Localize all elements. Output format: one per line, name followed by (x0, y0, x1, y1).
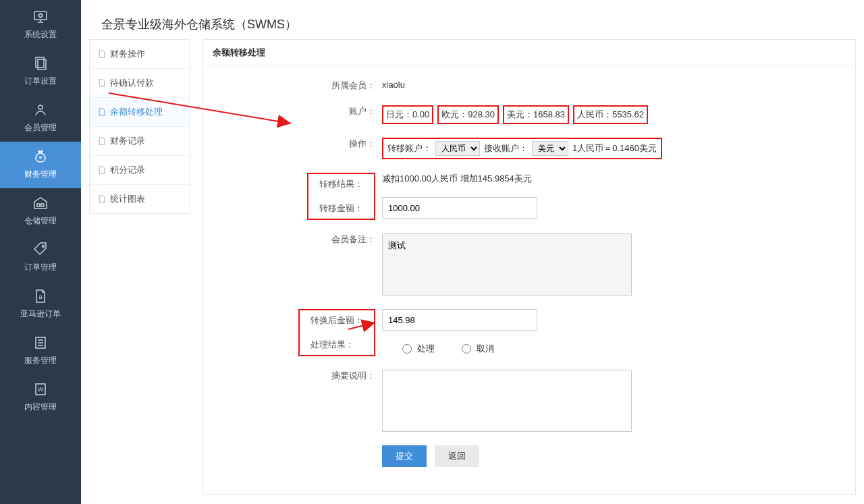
sidebar-item-member-management[interactable]: 会员管理 (0, 95, 81, 142)
doc-a-icon: a (32, 288, 49, 304)
main-sidebar: 系统设置 订单设置 会员管理 ¥ 财务管理 仓储管理 订单管理 a 亚马逊订单 … (0, 0, 81, 504)
back-button[interactable]: 返回 (435, 445, 479, 467)
svg-rect-0 (34, 11, 47, 20)
operation-block: 转移账户： 人民币 接收账户： 美元 1人民币＝0.1460美元 (382, 138, 662, 159)
sidebar-label: 订单管理 (24, 262, 57, 272)
converted-process-label-box: 转换后金额： 处理结果： (298, 309, 375, 356)
file-icon (98, 136, 106, 146)
exchange-rate-text: 1人民币＝0.1460美元 (572, 142, 657, 155)
subnav-item-points-records[interactable]: 积分记录 (90, 156, 190, 185)
gear-screen-icon (32, 9, 49, 25)
file-icon (98, 194, 106, 204)
sidebar-label: 财务管理 (24, 169, 57, 179)
svg-text:a: a (38, 293, 42, 300)
panel-title: 余额转移处理 (203, 40, 855, 66)
transfer-to-select[interactable]: 美元 (532, 141, 568, 156)
subnav-item-balance-transfer[interactable]: 余额转移处理 (90, 98, 190, 127)
main-panel: 余额转移处理 所属会员： xiaolu 账户： 日元：0.00 欧元：928.3… (202, 39, 856, 495)
sidebar-label: 订单设置 (24, 76, 57, 86)
word-doc-icon: W (32, 381, 49, 397)
transfer-amount-label: 转移金额： (313, 200, 370, 217)
transfer-result-text: 减扣1000.00人民币 增加145.9854美元 (382, 173, 532, 185)
process-result-label: 处理结果： (304, 336, 370, 354)
app-title: 全景专业级海外仓储系统（SWMS） (81, 0, 864, 39)
transfer-from-select[interactable]: 人民币 (435, 141, 480, 156)
member-label: 所属会员： (331, 80, 375, 92)
radio-cancel[interactable]: 取消 (462, 343, 494, 355)
subnav-label: 财务操作 (110, 48, 145, 60)
submit-button[interactable]: 提交 (382, 445, 427, 467)
sidebar-label: 内容管理 (24, 402, 57, 412)
svg-point-8 (43, 246, 45, 248)
account-label: 账户： (349, 105, 375, 117)
file-icon (98, 107, 106, 117)
transfer-amount-input[interactable] (382, 197, 537, 219)
svg-text:¥: ¥ (38, 155, 43, 161)
account-cny: 人民币：5535.62 (573, 105, 648, 124)
moneybag-icon: ¥ (32, 148, 49, 165)
svg-point-4 (38, 105, 43, 109)
svg-rect-6 (37, 204, 40, 206)
svg-rect-7 (41, 204, 44, 206)
transfer-to-label: 接收账户： (484, 142, 528, 155)
warehouse-icon (32, 195, 49, 211)
subnav-item-pending-payment[interactable]: 待确认付款 (90, 69, 190, 98)
subnav-label: 财务记录 (110, 135, 145, 147)
radio-process-input[interactable] (402, 344, 412, 354)
sidebar-label: 仓储管理 (24, 216, 57, 225)
tag-icon (32, 242, 49, 258)
summary-textarea[interactable] (382, 370, 632, 432)
transfer-from-label: 转移账户： (387, 142, 431, 155)
sidebar-item-warehouse-management[interactable]: 仓储管理 (0, 188, 81, 235)
account-eur: 欧元：928.30 (437, 105, 499, 124)
list-icon (32, 335, 49, 351)
converted-amount-input[interactable] (382, 309, 537, 331)
remark-label: 会员备注： (331, 233, 375, 246)
remark-textarea[interactable]: 测试 (382, 233, 632, 296)
finance-subnav: 财务操作 待确认付款 余额转移处理 财务记录 积分记录 统计图表 (89, 39, 190, 214)
sidebar-label: 亚马逊订单 (20, 309, 61, 318)
file-icon (98, 165, 106, 175)
radio-process[interactable]: 处理 (402, 343, 435, 355)
subnav-item-finance-records[interactable]: 财务记录 (90, 127, 190, 156)
subnav-label: 余额转移处理 (110, 106, 163, 118)
member-icon (32, 102, 49, 118)
subnav-item-stat-charts[interactable]: 统计图表 (90, 185, 190, 213)
sidebar-item-amazon-orders[interactable]: a 亚马逊订单 (0, 281, 81, 328)
result-amount-label-box: 转移结果： 转移金额： (307, 173, 375, 220)
sidebar-label: 服务管理 (24, 356, 57, 365)
subnav-label: 待确认付款 (110, 77, 154, 89)
sidebar-label: 会员管理 (24, 123, 57, 132)
account-usd: 美元：1658.83 (503, 105, 569, 124)
subnav-label: 统计图表 (110, 193, 145, 205)
main-area: 全景专业级海外仓储系统（SWMS） 财务操作 待确认付款 余额转移处理 财务记录 (81, 0, 864, 495)
member-value: xiaolu (382, 80, 405, 90)
sidebar-item-service-management[interactable]: 服务管理 (0, 328, 81, 374)
sidebar-item-finance-management[interactable]: ¥ 财务管理 (0, 142, 81, 188)
operation-label: 操作： (349, 138, 375, 150)
svg-point-1 (39, 14, 43, 18)
summary-label: 摘要说明： (331, 370, 375, 382)
account-jpy: 日元：0.00 (382, 105, 433, 124)
sidebar-item-system-settings[interactable]: 系统设置 (0, 2, 81, 49)
radio-cancel-input[interactable] (462, 344, 471, 354)
file-icon (98, 78, 106, 88)
transfer-result-label: 转移结果： (313, 175, 370, 193)
sidebar-label: 系统设置 (24, 30, 57, 39)
svg-text:W: W (38, 386, 44, 393)
transfer-form: 所属会员： xiaolu 账户： 日元：0.00 欧元：928.30 美元：16… (203, 66, 855, 494)
subnav-label: 积分记录 (110, 164, 145, 176)
converted-amount-label: 转换后金额： (304, 312, 370, 329)
sidebar-item-order-management[interactable]: 订单管理 (0, 235, 81, 281)
file-icon (98, 49, 106, 59)
sidebar-item-order-settings[interactable]: 订单设置 (0, 49, 81, 95)
sidebar-item-content-management[interactable]: W 内容管理 (0, 374, 81, 421)
docs-icon (32, 55, 49, 72)
subnav-item-finance-ops[interactable]: 财务操作 (90, 40, 190, 69)
